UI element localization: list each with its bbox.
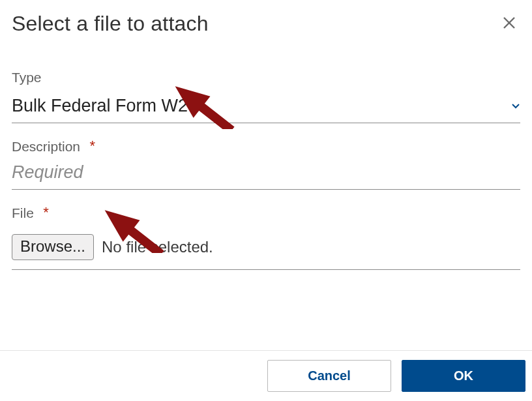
description-label: Description bbox=[12, 139, 80, 155]
dialog-header: Select a file to attach bbox=[12, 12, 520, 36]
dialog-footer: Cancel OK bbox=[0, 350, 532, 401]
dialog-title: Select a file to attach bbox=[12, 12, 209, 36]
description-placeholder: Required bbox=[12, 162, 83, 182]
file-status-text: No file selected. bbox=[102, 238, 213, 256]
cancel-button[interactable]: Cancel bbox=[267, 360, 391, 392]
form-section: Type Bulk Federal Form W2 Description * … bbox=[12, 70, 520, 270]
file-row: Browse... No file selected. bbox=[12, 234, 520, 270]
file-field: File * Browse... No file selected. bbox=[12, 205, 520, 270]
file-label: File bbox=[12, 205, 34, 221]
type-label: Type bbox=[12, 70, 42, 85]
description-field: Description * Required bbox=[12, 139, 520, 190]
type-selected-value: Bulk Federal Form W2 bbox=[12, 96, 188, 116]
ok-button[interactable]: OK bbox=[402, 360, 525, 392]
close-button[interactable] bbox=[498, 12, 520, 34]
required-indicator: * bbox=[90, 138, 96, 154]
required-indicator: * bbox=[43, 204, 49, 220]
type-field: Type Bulk Federal Form W2 bbox=[12, 70, 520, 123]
close-icon bbox=[502, 16, 516, 30]
attach-file-dialog: Select a file to attach Type Bulk Federa… bbox=[0, 0, 532, 401]
type-select[interactable]: Bulk Federal Form W2 bbox=[12, 96, 520, 123]
browse-button[interactable]: Browse... bbox=[12, 234, 94, 260]
description-input[interactable]: Required bbox=[12, 162, 520, 190]
chevron-down-icon bbox=[511, 100, 520, 112]
